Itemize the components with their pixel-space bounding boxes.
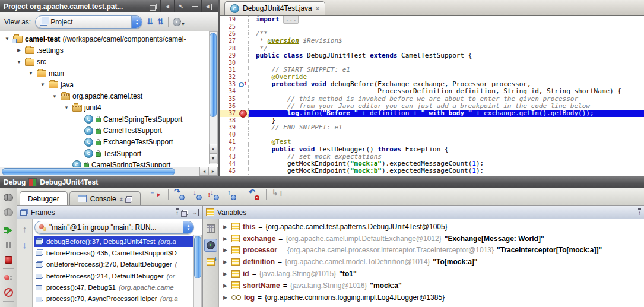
tree-toggle-icon[interactable]: ▶	[15, 48, 23, 53]
tree-toggle-icon[interactable]: ▼	[15, 59, 23, 65]
debug-settings-button[interactable]	[0, 205, 17, 220]
tab-console[interactable]: Console ±	[69, 191, 141, 205]
step-over-button[interactable]: ↷	[174, 190, 186, 201]
minimize-icon[interactable]	[188, 0, 201, 12]
variable-row[interactable]: ▶definition={org.apache.camel.model.ToDe…	[219, 256, 644, 268]
rerun-debug-button[interactable]	[0, 190, 17, 205]
thread-dropdown[interactable]: "main"@1 in group "main": RUN... ▲▼	[34, 221, 194, 234]
variable-row[interactable]: ▶shortName={java.lang.String@1016}"mock:…	[219, 280, 644, 292]
gutter-slot[interactable]	[238, 117, 249, 124]
editor-tab-debugjunit4test[interactable]: C DebugJUnit4Test.java ×	[224, 1, 325, 15]
pause-program-button[interactable]	[0, 238, 17, 252]
gutter-slot[interactable]	[238, 103, 249, 110]
project-tree-vscrollbar[interactable]: ▲ ▼	[209, 31, 218, 164]
pin-tab-icon[interactable]: ±	[120, 196, 123, 202]
tree-toggle-icon[interactable]: ▼	[63, 105, 70, 110]
hscroll-thumb[interactable]	[2, 168, 175, 175]
float-window-icon[interactable]	[147, 0, 160, 12]
resume-program-button[interactable]	[0, 223, 17, 238]
tree-toggle-icon[interactable]: ▼	[51, 94, 58, 99]
view-as-dropdown[interactable]: Project ▲▼	[35, 15, 142, 29]
gutter-slot[interactable]	[238, 110, 249, 117]
tree-item-org.apache.camel.test[interactable]: ▼org.apache.camel.test	[0, 90, 218, 102]
gutter-slot[interactable]	[238, 160, 249, 167]
gutter-slot[interactable]	[238, 59, 249, 67]
project-tree-hscrollbar[interactable]: ◄ ►	[0, 167, 218, 176]
expand-icon[interactable]: ▶	[223, 224, 229, 230]
code-line-27[interactable]: 27 * @version $Revision$	[220, 37, 644, 45]
gutter-slot[interactable]	[238, 96, 249, 103]
collapse-all-icon[interactable]: ⇅	[157, 17, 164, 26]
frame-row[interactable]: onBeforeProcess():270, DefaultDebugger (	[34, 259, 194, 270]
tree-toggle-icon[interactable]: ▼	[39, 82, 46, 87]
gutter-slot[interactable]	[238, 153, 249, 160]
vscroll-thumb[interactable]	[210, 33, 217, 117]
tree-item-ExchangeTestSupport[interactable]: CExchangeTestSupport	[0, 137, 218, 148]
stop-button[interactable]	[0, 252, 17, 267]
hide-panel-icon[interactable]: →	[192, 209, 199, 216]
evaluate-expression-button[interactable]	[205, 223, 217, 235]
overrides-method-icon[interactable]	[239, 81, 248, 88]
expand-all-icon[interactable]: ⇊	[147, 17, 153, 26]
vscroll-thumb[interactable]	[194, 236, 201, 278]
gutter-slot[interactable]	[238, 138, 249, 145]
tree-item-src[interactable]: ▼src	[0, 56, 218, 68]
frame-row[interactable]: beforeProcess():435, CamelTestSupport$D	[34, 247, 194, 258]
variable-row[interactable]: ▶log={org.apache.commons.logging.impl.Lo…	[219, 292, 644, 303]
tree-item-main[interactable]: ▼main	[0, 68, 218, 79]
float-tab-icon[interactable]	[126, 196, 132, 201]
tree-item-CamelSpringTestSupport[interactable]: CCamelSpringTestSupport	[0, 113, 218, 125]
variable-row[interactable]: ▶id={java.lang.String@1015}"to1"	[219, 268, 644, 280]
gutter-slot[interactable]	[238, 81, 249, 88]
scroll-right-button[interactable]: ►	[208, 167, 218, 176]
expand-icon[interactable]: ▶	[223, 283, 229, 289]
pin-icon[interactable]: ➴	[174, 0, 188, 12]
run-to-cursor-button[interactable]: ↳ I	[272, 190, 284, 201]
tree-item-java[interactable]: ▼java	[0, 79, 218, 90]
code-line-39[interactable]: 39 // END SNIPPET: e1	[220, 124, 644, 131]
tree-item-CamelTestSupport[interactable]: CCamelTestSupport	[0, 125, 218, 136]
code-line-37[interactable]: 37 log.info("Before " + definition + " w…	[220, 110, 644, 117]
tree-item-junit4[interactable]: ▼junit4	[0, 102, 218, 113]
step-out-button[interactable]: ↑	[226, 190, 237, 201]
gutter-slot[interactable]	[238, 23, 249, 30]
tab-debugger[interactable]: Debugger	[20, 191, 68, 205]
gutter-slot[interactable]	[238, 16, 249, 23]
drop-frame-button[interactable]: ↶×	[249, 190, 261, 201]
code-line-25[interactable]: 25	[220, 23, 644, 30]
frame-row[interactable]: process():47, Debug$1 (org.apache.came	[34, 281, 194, 293]
watch-mode-button[interactable]	[204, 239, 217, 252]
code-line-29[interactable]: 29public class DebugJUnit4Test extends C…	[220, 52, 644, 59]
close-tab-icon[interactable]: ×	[316, 5, 319, 12]
scroll-left-button[interactable]: ◄	[199, 167, 209, 176]
restore-panel-icon[interactable]: ↑	[176, 208, 179, 216]
expand-icon[interactable]: ▶	[223, 236, 229, 242]
frame-row[interactable]: process():70, AsyncProcessorHelper (org.…	[34, 293, 194, 304]
variable-row[interactable]: ▶this={org.apache.camel.test.patterns.De…	[219, 221, 644, 233]
frame-row[interactable]: debugBefore():37, DebugJUnit4Test (org.a	[34, 236, 194, 247]
view-breakpoints-button[interactable]	[0, 270, 17, 285]
force-step-into-button[interactable]: ↓ !	[208, 190, 220, 201]
expand-icon[interactable]: ▶	[223, 271, 229, 277]
float-panel-icon[interactable]	[182, 210, 188, 215]
previous-frame-icon[interactable]: ↑	[23, 224, 27, 234]
next-frame-icon[interactable]: ↓	[23, 240, 27, 250]
tree-item-TestSupport[interactable]: CTestSupport	[0, 148, 218, 159]
mute-breakpoints-button[interactable]	[0, 285, 17, 300]
gutter-slot[interactable]	[238, 124, 249, 131]
gutter-slot[interactable]	[238, 146, 249, 153]
scroll-to-source-icon[interactable]: ◄	[160, 0, 174, 12]
tree-item-camel-test[interactable]: ▼camel-test (/workspace/camel/components…	[0, 33, 218, 45]
tree-item-CamelSpringTestSupport[interactable]: CCamelSpringTestSupport	[0, 159, 218, 167]
add-watch-button[interactable]	[205, 256, 217, 268]
code-line-45[interactable]: 45 getMockEndpoint("mock:b").expectedMes…	[220, 167, 644, 175]
frames-vscrollbar[interactable]	[193, 235, 202, 307]
tree-toggle-icon[interactable]: ▼	[27, 71, 34, 76]
gutter-slot[interactable]	[238, 88, 249, 95]
step-into-button[interactable]: ↓	[191, 190, 203, 201]
code-editor[interactable]: 19import ...2526/**27 * @version $Revisi…	[220, 16, 644, 176]
tree-toggle-icon[interactable]: ▼	[4, 36, 11, 42]
tree-item-.settings[interactable]: ▶.settings	[0, 45, 218, 56]
hide-panel-icon[interactable]: ◄	[201, 0, 215, 12]
gutter-slot[interactable]	[238, 45, 249, 52]
